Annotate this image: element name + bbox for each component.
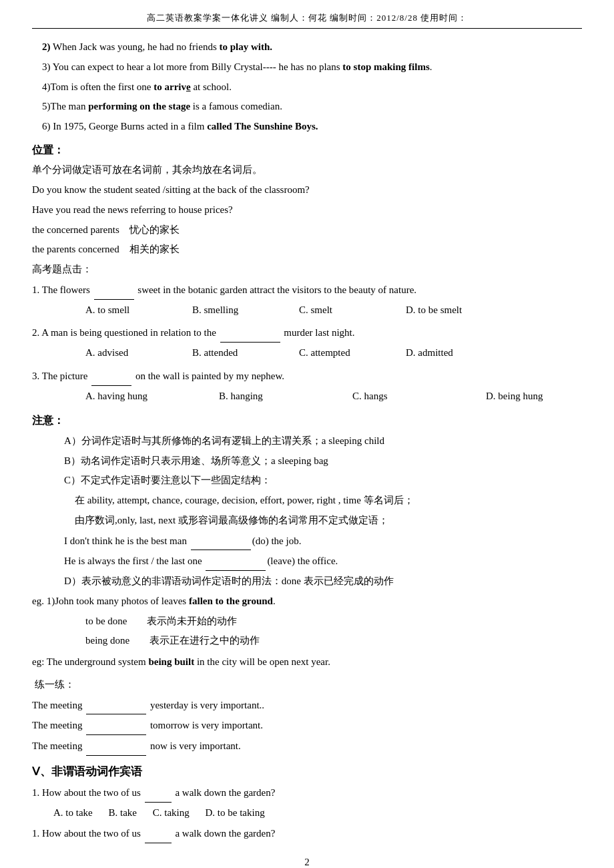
example-3: 3) You can expect to hear a lot more fro… bbox=[32, 58, 582, 77]
note-sentence2: He is always the first / the last one (l… bbox=[64, 552, 582, 571]
section-v-title: Ⅴ、非谓语动词作宾语 bbox=[32, 761, 582, 782]
q2-option-c: C. attempted bbox=[299, 344, 406, 363]
q3-option-b: B. hanging bbox=[219, 387, 352, 406]
q1-option-d: D. to be smelt bbox=[406, 301, 513, 320]
section-note-title: 注意： bbox=[32, 411, 582, 431]
position-rule: 单个分词做定语可放在名词前，其余均放在名词后。 bbox=[32, 161, 582, 180]
example-2-num: 2) When Jack was young, he had no friend… bbox=[32, 41, 272, 52]
position-ex1: Do you know the student seated /sitting … bbox=[32, 181, 582, 200]
gaokao-q2-options: A. advised B. attended C. attempted D. a… bbox=[85, 344, 582, 363]
section-v-q1-options: A. to take B. take C. taking D. to be ta… bbox=[53, 804, 582, 823]
note-blank1 bbox=[191, 531, 251, 551]
practice-blank1 bbox=[86, 696, 146, 715]
note-c: C）不定式作定语时要注意以下一些固定结构： bbox=[64, 471, 582, 490]
v-q1-opt-c: C. taking bbox=[153, 807, 190, 818]
q3-option-c: C. hangs bbox=[352, 387, 486, 406]
section-v-q1b: 1. How about the two of us a walk down t… bbox=[32, 824, 582, 843]
q1-option-b: B. smelling bbox=[192, 301, 299, 320]
page-header: 高二英语教案学案一体化讲义 编制人：何花 编制时间：2012/8/28 使用时间… bbox=[32, 12, 582, 29]
note-blank2 bbox=[206, 552, 266, 571]
example-2: 2) When Jack was young, he had no friend… bbox=[32, 38, 582, 57]
q1-option-c: C. smelt bbox=[299, 301, 406, 320]
q2-option-d: D. admitted bbox=[406, 344, 513, 363]
page: 高二英语教案学案一体化讲义 编制人：何花 编制时间：2012/8/28 使用时间… bbox=[0, 0, 614, 868]
v-q1-opt-a: A. to take bbox=[53, 807, 93, 818]
position-ex4: the parents concerned 相关的家长 bbox=[32, 240, 582, 259]
note-c-detail1: 在 ability, attempt, chance, courage, dec… bbox=[75, 491, 582, 510]
position-ex2: Have you read the news referring to hous… bbox=[32, 201, 582, 220]
q2-blank bbox=[220, 323, 280, 343]
practice-blank3 bbox=[86, 736, 146, 756]
practice-3: The meeting now is very important. bbox=[32, 736, 582, 756]
v-q1-opt-d: D. to be taking bbox=[205, 807, 264, 818]
gaokao-q3-text: 3. The picture on the wall is painted by… bbox=[32, 367, 582, 386]
gaokao-q1-options: A. to smell B. smelling C. smelt D. to b… bbox=[85, 301, 582, 320]
example-5: 5)The man performing on the stage is a f… bbox=[32, 97, 582, 116]
gaokao-title: 高考题点击： bbox=[32, 260, 582, 279]
section-position-title: 位置： bbox=[32, 140, 582, 160]
practice-blank2 bbox=[86, 716, 146, 735]
note-c-detail2: 由序数词,only, last, next 或形容词最高级修饰的名词常用不定式做… bbox=[75, 511, 582, 530]
example-4-text: 4)Tom is often the first one to arrive a… bbox=[32, 81, 232, 92]
gaokao-q2-text: 2. A man is being questioned in relation… bbox=[32, 323, 582, 343]
main-content: 2) When Jack was young, he had no friend… bbox=[32, 38, 582, 843]
to-be-done: to be done 表示尚未开始的动作 bbox=[85, 612, 582, 631]
gaokao-q1-text: 1. The flowers sweet in the botanic gard… bbox=[32, 280, 582, 300]
q3-option-d: D. being hung bbox=[486, 387, 614, 406]
example-5-text: 5)The man performing on the stage is a f… bbox=[32, 101, 282, 112]
q3-option-a: A. having hung bbox=[85, 387, 219, 406]
example-4: 4)Tom is often the first one to arrive a… bbox=[32, 78, 582, 97]
practice-title: 练一练： bbox=[32, 676, 582, 694]
v-q1-blank bbox=[145, 783, 172, 803]
q1-option-a: A. to smell bbox=[85, 301, 192, 320]
being-done: being done 表示正在进行之中的动作 bbox=[85, 632, 582, 650]
note-d: D）表示被动意义的非谓语动词作定语时的用法：done 表示已经完成的动作 bbox=[64, 572, 582, 591]
position-ex3: the concerned parents 忧心的家长 bbox=[32, 221, 582, 240]
practice-2: The meeting tomorrow is very important. bbox=[32, 716, 582, 735]
note-b: B）动名词作定语时只表示用途、场所等意义；a sleeping bag bbox=[64, 452, 582, 471]
eg1-text: eg. 1)John took many photos of leaves fa… bbox=[32, 592, 582, 611]
eg2-text: eg: The underground system being built i… bbox=[32, 653, 582, 672]
q3-blank bbox=[91, 367, 131, 386]
q1-blank bbox=[94, 280, 134, 300]
q2-option-a: A. advised bbox=[85, 344, 192, 363]
header-text: 高二英语教案学案一体化讲义 编制人：何花 编制时间：2012/8/28 使用时间… bbox=[147, 13, 467, 23]
gaokao-q3-options: A. having hung B. hanging C. hangs D. be… bbox=[85, 387, 582, 406]
v-q1b-blank bbox=[145, 824, 172, 843]
example-3-text: 3) You can expect to hear a lot more fro… bbox=[32, 61, 432, 72]
note-a: A）分词作定语时与其所修饰的名词有逻辑上的主谓关系；a sleeping chi… bbox=[64, 432, 582, 451]
section-v-q1: 1. How about the two of us a walk down t… bbox=[32, 783, 582, 803]
q2-option-b: B. attended bbox=[192, 344, 299, 363]
note-sentence1: I don't think he is the best man (do) th… bbox=[64, 531, 582, 551]
v-q1-opt-b: B. take bbox=[108, 807, 137, 818]
page-number: 2 bbox=[304, 857, 310, 867]
page-footer: 2 bbox=[32, 857, 582, 868]
example-6: 6) In 1975, George Burns acted in a film… bbox=[32, 118, 582, 136]
example-6-text: 6) In 1975, George Burns acted in a film… bbox=[32, 121, 318, 132]
practice-1: The meeting yesterday is very important.… bbox=[32, 696, 582, 715]
